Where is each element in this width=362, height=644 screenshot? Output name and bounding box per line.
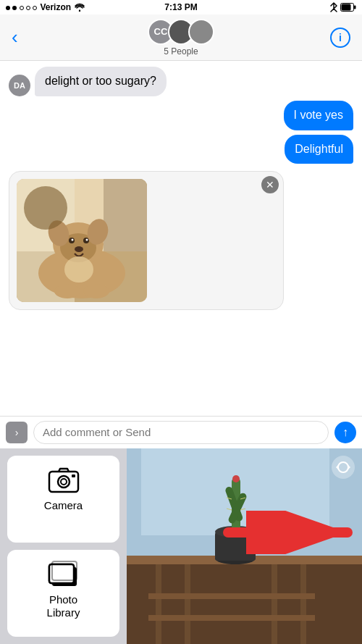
signal-dots	[6, 2, 37, 12]
signal-dot-3	[20, 6, 24, 10]
svg-marker-51	[336, 465, 338, 469]
signal-dot-2	[12, 6, 17, 10]
photo-library-icon	[48, 560, 80, 587]
messages-area: DA delight or too sugary? I vote yes Del…	[0, 61, 362, 416]
svg-point-20	[64, 256, 93, 283]
nav-center: CC 5 People	[148, 19, 214, 57]
svg-rect-2	[342, 4, 351, 11]
send-button[interactable]: ↑	[334, 422, 356, 443]
message-row-outgoing-2: Delightful	[9, 135, 353, 164]
nav-bar: ‹ CC 5 People i	[0, 14, 362, 61]
camera-action-card[interactable]: Camera	[7, 456, 119, 543]
svg-point-49	[232, 475, 240, 482]
svg-point-19	[83, 284, 109, 298]
avatar-third	[188, 19, 214, 45]
status-time: 7:13 PM	[164, 2, 197, 12]
svg-rect-34	[185, 564, 190, 644]
people-count-label: 5 People	[164, 46, 198, 57]
svg-rect-24	[72, 474, 75, 477]
svg-rect-38	[148, 615, 315, 621]
camera-action-label: Camera	[44, 499, 83, 512]
info-button[interactable]: i	[330, 28, 350, 48]
battery-icon	[340, 3, 356, 12]
svg-rect-36	[300, 564, 306, 644]
carrier-label: Verizon	[40, 2, 71, 12]
message-row-outgoing-1: I vote yes	[9, 101, 353, 130]
bluetooth-icon	[330, 2, 337, 12]
camera-viewfinder[interactable]	[127, 448, 362, 644]
svg-marker-50	[348, 465, 350, 469]
bubble-outgoing-2: Delightful	[285, 135, 353, 164]
svg-rect-37	[148, 593, 315, 599]
status-left: Verizon	[6, 2, 85, 12]
svg-rect-7	[104, 179, 147, 251]
signal-dot-4	[26, 6, 30, 10]
photo-library-action-card[interactable]: PhotoLibrary	[7, 550, 119, 637]
bubble-outgoing-1: I vote yes	[284, 101, 353, 130]
camera-action-icon	[48, 466, 80, 493]
svg-point-14	[86, 239, 88, 241]
expand-button[interactable]: ›	[6, 422, 28, 443]
bubble-incoming: delight or too sugary?	[35, 67, 167, 96]
svg-point-0	[79, 10, 80, 12]
svg-point-18	[54, 284, 80, 298]
svg-rect-3	[354, 6, 356, 9]
photo-library-action-label: PhotoLibrary	[47, 593, 80, 619]
red-arrow-overlay	[221, 511, 362, 557]
arrow-svg	[221, 511, 362, 554]
signal-dot-5	[33, 6, 37, 10]
avatar-group: CC	[148, 19, 214, 45]
input-row: › ↑	[0, 416, 362, 448]
message-input[interactable]	[33, 421, 329, 444]
svg-point-15	[75, 246, 83, 252]
close-image-button[interactable]: ✕	[261, 176, 279, 193]
svg-rect-33	[156, 564, 161, 644]
camera-flip-button[interactable]	[332, 456, 355, 479]
svg-point-22	[58, 476, 70, 488]
svg-point-13	[72, 239, 74, 241]
dog-svg	[17, 179, 147, 302]
signal-dot-1	[6, 6, 10, 10]
image-message-container: ✕	[9, 171, 284, 310]
avatar-da: DA	[9, 75, 30, 96]
svg-rect-35	[272, 564, 277, 644]
back-button[interactable]: ‹	[12, 26, 18, 49]
bottom-panel: Camera PhotoLibrary	[0, 448, 362, 644]
status-right	[330, 2, 356, 12]
svg-point-23	[61, 479, 67, 485]
dog-image	[17, 179, 147, 302]
svg-rect-31	[127, 557, 362, 644]
flip-camera-icon	[336, 460, 350, 474]
message-row-incoming: DA delight or too sugary?	[9, 67, 353, 96]
status-bar: Verizon 7:13 PM	[0, 0, 362, 14]
wifi-icon	[74, 3, 85, 12]
quick-actions-panel: Camera PhotoLibrary	[0, 448, 127, 644]
